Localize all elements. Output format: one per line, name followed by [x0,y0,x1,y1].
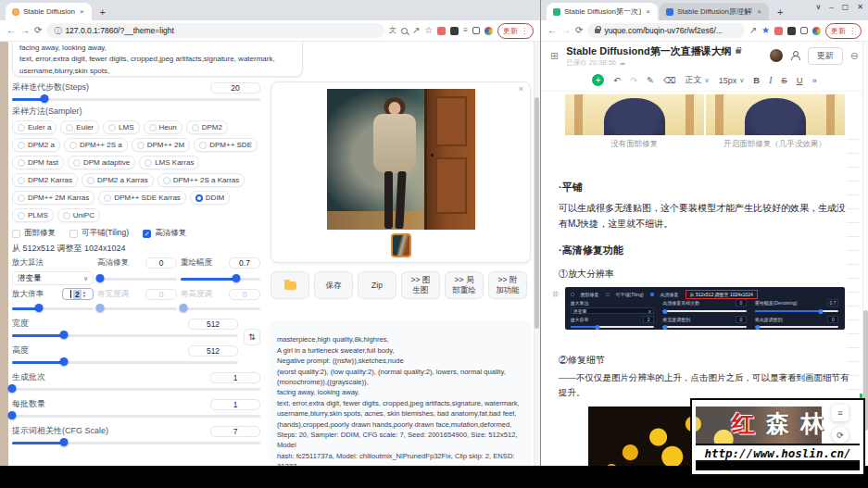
sampler-option-unipc[interactable]: UniPC [57,208,100,222]
sampler-option-dpmpp-sde-karras[interactable]: DPM++ SDE Karras [98,191,186,205]
extension-red-icon[interactable] [774,27,783,35]
bookmark-star-icon[interactable]: ☆ [424,26,433,35]
italic-button[interactable]: I [769,76,772,85]
underline-button[interactable]: U [797,75,803,85]
profile-icon[interactable] [484,27,493,35]
scrollbar-thumb[interactable] [535,97,539,329]
spinner-arrows-icon[interactable]: ▴▾ [83,291,85,298]
bold-button[interactable]: B [753,75,760,85]
sampler-option-dpmpp-2s-a-karras[interactable]: DPM++ 2S a Karras [157,173,245,187]
batch-count-input[interactable]: 1 [210,372,260,383]
drag-handle-icon[interactable]: ⠿ [553,291,559,299]
translate-icon[interactable]: 文 [389,26,396,35]
undo-icon[interactable]: ↶ [613,75,621,85]
cfg-scale-input[interactable]: 7 [210,426,260,437]
steps-input[interactable]: 20 [210,82,260,94]
scrollbar-thumb[interactable] [863,310,868,431]
tab-close-icon[interactable]: × [756,7,762,16]
address-bar[interactable]: ⓘ 127.0.0.1:7860/?__theme=light [46,23,384,38]
reading-list-icon[interactable]: ≡ [463,26,468,35]
face-restore-checkbox[interactable]: 面部修复 [12,228,56,239]
steps-slider[interactable] [12,94,260,104]
clear-format-icon[interactable]: ⌫ [663,75,675,85]
share-collaborator-icon[interactable] [790,51,800,60]
batch-size-slider[interactable] [12,411,260,420]
kebab-menu-icon[interactable]: ⋮ [521,27,528,35]
reload-icon[interactable]: ⟳ [575,26,583,35]
tiling-checkbox[interactable]: 可平铺(Tiling) [69,228,129,239]
open-folder-button[interactable] [270,271,309,299]
sampler-option-dpm2[interactable]: DPM2 [186,120,228,134]
tab-yuque-principle[interactable]: Stable Diffusion原理解读 - × [660,3,769,20]
tab-close-icon[interactable]: × [645,7,651,16]
zoom-icon[interactable] [401,28,408,34]
format-painter-icon[interactable]: ✎ [647,75,654,85]
height-slider[interactable] [12,357,238,367]
denoise-input[interactable]: 0.7 [229,257,260,269]
denoise-slider[interactable] [181,274,260,283]
sampler-option-ddim-selected[interactable]: DDIM [190,191,230,205]
address-bar[interactable]: yuque.com/buqin-uv76r/wf2es6/... [587,23,744,38]
minimize-icon[interactable]: – [829,3,833,11]
share-icon[interactable]: ↗ [749,26,757,35]
save-button[interactable]: 保存 [314,271,353,299]
sampler-option-heun[interactable]: Heun [144,120,182,134]
tab-stable-diffusion[interactable]: Stable Diffusion × [6,3,92,20]
sampler-option-euler[interactable]: Euler [60,120,99,134]
gallery-thumbnail[interactable] [391,233,411,257]
sampler-option-dpm-adaptive[interactable]: DPM adaptive [68,156,135,169]
outline-widget-button[interactable]: ≡ [832,405,849,421]
share-icon[interactable]: ↗ [412,26,420,35]
send-to-inpaint-button[interactable]: >> 局 部重绘 [445,271,484,299]
kebab-menu-icon[interactable]: ⋮ [849,27,856,35]
more-tools-icon[interactable]: » [812,75,817,85]
sampler-option-dpmpp-2m-karras[interactable]: DPM++ 2M Karras [12,191,94,205]
height-input[interactable]: 512 [188,345,238,357]
close-window-icon[interactable]: ✕ [857,3,863,11]
upscale-by-input[interactable]: 2▴▾ [62,288,94,300]
cfg-scale-slider[interactable] [12,438,260,447]
forward-icon[interactable]: → [20,26,30,35]
hires-steps-slider[interactable] [97,274,177,283]
image-with-face-restore[interactable] [706,94,845,135]
sampler-option-dpm2-a-karras[interactable]: DPM2 a Karras [82,173,154,187]
tab-yuque-outline[interactable]: Stable Diffusion第一次直播 × [547,3,658,20]
image-no-face-restore[interactable] [565,94,704,135]
close-icon[interactable]: × [519,84,523,94]
left-scrollbar[interactable] [534,42,540,466]
extension-red-icon[interactable] [437,27,446,35]
forward-icon[interactable]: → [561,26,571,35]
sampler-option-plms[interactable]: PLMS [12,208,54,222]
swap-dimensions-button[interactable]: ⇅ [244,329,260,345]
hires-fix-checkbox[interactable]: ✓高清修复 [143,228,186,239]
bookmark-star-filled-icon[interactable]: ★ [761,26,770,35]
sampler-option-lms-karras[interactable]: LMS Karras [139,156,199,169]
chrome-update-chip[interactable]: 更新 ⋮ [825,23,862,39]
send-to-img2img-button[interactable]: >> 图 生图 [401,271,440,299]
back-icon[interactable]: ← [6,26,16,35]
sampler-option-dpm2-a[interactable]: DPM2 a [12,138,60,152]
reload-icon[interactable]: ⟳ [34,26,42,35]
more-options-icon[interactable]: ⊖ [850,50,859,62]
chrome-update-chip[interactable]: 更新 ⋮ [497,23,534,39]
negative-prompt-textarea[interactable]: facing away, looking away, text, error,e… [12,42,303,77]
extension-pin-icon[interactable] [450,27,459,35]
sampler-option-dpm2-karras[interactable]: DPM2 Karras [12,173,78,187]
maximize-icon[interactable]: ▢ [842,3,849,11]
new-tab-button[interactable]: + [777,7,783,17]
generated-image[interactable] [327,89,475,230]
back-icon[interactable]: ← [547,26,557,35]
zip-button[interactable]: Zip [358,271,396,299]
width-input[interactable]: 512 [188,319,238,330]
batch-size-input[interactable]: 1 [210,399,260,410]
strikethrough-button[interactable]: S [781,75,786,85]
sampler-option-dpmpp-2m[interactable]: DPM++ 2M [132,138,190,152]
insert-plus-button[interactable]: + [592,74,604,86]
avatar[interactable] [770,49,783,62]
redo-icon[interactable]: ↷ [630,75,637,85]
tab-group-icon[interactable] [472,27,480,34]
sampler-option-dpmpp-2s-a[interactable]: DPM++ 2S a [64,138,128,152]
tab-search-icon[interactable]: ∨ [815,3,821,11]
doc-update-button[interactable]: 更新 [808,47,843,65]
font-size-select[interactable]: 15px∨ [719,76,745,85]
